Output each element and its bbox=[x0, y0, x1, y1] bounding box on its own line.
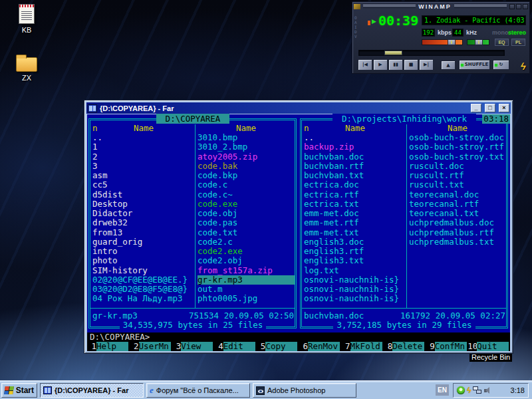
column-header[interactable]: Name bbox=[198, 124, 295, 133]
file-item[interactable]: code.txt bbox=[198, 228, 295, 237]
file-item[interactable]: ectrica.rtf bbox=[304, 190, 406, 200]
file-item[interactable]: SIM-history bbox=[92, 266, 195, 275]
column-header[interactable]: Name bbox=[409, 124, 506, 133]
far-titlebar[interactable]: {D:\COPYAREA} - Far _ □ × bbox=[86, 102, 511, 114]
previous-button[interactable]: |◀ bbox=[358, 59, 372, 70]
file-item[interactable]: code.c~ bbox=[198, 190, 295, 200]
balance-slider[interactable] bbox=[467, 39, 489, 45]
file-item[interactable]: .. bbox=[92, 133, 195, 142]
file-item[interactable]: ruscult.doc bbox=[409, 162, 506, 171]
file-item[interactable]: photo bbox=[92, 256, 195, 265]
file-item[interactable]: buchvban.doc bbox=[304, 152, 406, 162]
volume-thumb[interactable] bbox=[448, 39, 456, 45]
column-header[interactable]: Name bbox=[304, 124, 406, 133]
volume-icon[interactable] bbox=[484, 386, 493, 394]
tray-clock[interactable]: 3:18 bbox=[511, 386, 525, 394]
fkey-view[interactable]: 3View bbox=[172, 342, 214, 351]
file-item[interactable]: code.pas bbox=[198, 218, 295, 227]
winamp-titlebar[interactable]: WINAMP bbox=[354, 3, 528, 11]
fkey-usermn[interactable]: 2UserMn bbox=[130, 342, 172, 351]
file-item[interactable]: code.obj bbox=[198, 209, 295, 218]
file-item[interactable]: 04 Рок На Льду.mp3 bbox=[92, 294, 195, 303]
panel-path[interactable]: D:\COPYAREA bbox=[87, 114, 299, 124]
language-indicator[interactable]: EN bbox=[436, 384, 449, 396]
panel-path[interactable]: D:\projects\Inhiding\work bbox=[299, 114, 510, 124]
eq-button[interactable]: EQ bbox=[495, 39, 509, 46]
file-item[interactable]: code.exe bbox=[198, 200, 295, 209]
file-item[interactable]: uchpredmalbus.doc bbox=[409, 218, 506, 227]
winamp-menu-icon[interactable] bbox=[354, 4, 360, 9]
fkey-edit[interactable]: 4Edit bbox=[214, 342, 257, 351]
file-item[interactable]: english3.rtf bbox=[304, 247, 406, 256]
file-item[interactable]: out.m bbox=[198, 285, 295, 294]
file-item[interactable]: atoy2005.zip bbox=[198, 152, 295, 162]
winamp-shade-button[interactable] bbox=[516, 4, 521, 9]
file-item[interactable]: buchvban.txt bbox=[304, 171, 406, 180]
volume-slider[interactable] bbox=[422, 39, 463, 45]
fkey-confmn[interactable]: 9ConfMn bbox=[426, 342, 468, 351]
winamp-close-button[interactable] bbox=[523, 4, 528, 9]
file-item[interactable]: teorecanal.doc bbox=[409, 190, 506, 200]
file-item[interactable]: 3010_2.bmp bbox=[198, 142, 295, 152]
file-item[interactable]: uchpredmalbus.txt bbox=[409, 237, 506, 247]
file-item[interactable]: phto0005.jpg bbox=[198, 294, 295, 303]
fkey-delete[interactable]: 8Delete bbox=[383, 342, 426, 351]
close-button[interactable]: × bbox=[499, 104, 509, 112]
maximize-button[interactable]: □ bbox=[485, 104, 495, 112]
seek-thumb[interactable] bbox=[384, 51, 402, 55]
pause-button[interactable]: ▮▮ bbox=[388, 59, 403, 70]
eject-button[interactable]: ▲ bbox=[441, 61, 456, 70]
far-app-icon[interactable] bbox=[88, 104, 97, 112]
fkey-renmov[interactable]: 6RenMov bbox=[299, 342, 341, 351]
file-item[interactable]: code2.obj bbox=[198, 256, 295, 265]
minimize-button[interactable]: _ bbox=[471, 104, 481, 112]
icq-flower-icon[interactable] bbox=[457, 386, 465, 394]
start-button[interactable]: Start bbox=[1, 383, 37, 398]
winamp-time-display[interactable]: 00:39 bbox=[378, 14, 418, 27]
file-item[interactable]: code.bak bbox=[198, 162, 295, 171]
fkey-copy[interactable]: 5Copy bbox=[256, 342, 299, 351]
lightning-tray-icon[interactable]: ϟ bbox=[466, 386, 471, 394]
file-item[interactable]: uchpredmalbus.rtf bbox=[409, 228, 506, 237]
file-item[interactable]: guard_orig bbox=[92, 237, 195, 247]
play-button[interactable]: ▶ bbox=[373, 59, 388, 70]
file-item[interactable]: english3.doc bbox=[304, 237, 406, 247]
taskbar-task-ie[interactable]: eФорум "Всё о Паскале... bbox=[146, 383, 250, 398]
file-item[interactable]: from_st157a.zip bbox=[198, 266, 295, 275]
file-item[interactable]: 03@20@D2@E8@F5@E8@} bbox=[92, 285, 195, 294]
file-item-selected[interactable]: gr-kr.mp3 bbox=[198, 275, 295, 285]
column-header[interactable]: Name bbox=[92, 124, 195, 133]
file-item[interactable]: emm-met.txt bbox=[304, 228, 406, 237]
file-item[interactable]: osob-buch-stroy.doc bbox=[409, 133, 506, 142]
file-item[interactable]: asm bbox=[92, 171, 195, 180]
file-item[interactable]: Desktop bbox=[92, 200, 195, 209]
file-item[interactable]: d5dist bbox=[92, 190, 195, 200]
file-item[interactable]: 3010.bmp bbox=[198, 133, 295, 142]
file-item[interactable]: drweb32 bbox=[92, 218, 195, 227]
desktop-icon-zx[interactable]: ZX bbox=[5, 53, 48, 82]
file-item[interactable]: 1 bbox=[92, 142, 195, 152]
file-item[interactable]: teorecanal.rtf bbox=[409, 200, 506, 209]
network-icon[interactable] bbox=[473, 386, 482, 394]
file-item[interactable]: Didactor bbox=[92, 209, 195, 218]
file-item[interactable]: code.bkp bbox=[198, 171, 295, 180]
file-item[interactable]: from13 bbox=[92, 228, 195, 237]
taskbar-task-ps[interactable]: Adobe Photoshop bbox=[253, 383, 356, 398]
desktop-icon-kb[interactable]: KB bbox=[5, 4, 48, 34]
command-line[interactable]: D:\COPYAREA> bbox=[87, 332, 510, 342]
file-item[interactable]: english3.txt bbox=[304, 256, 406, 265]
fkey-quit[interactable]: 10Quit bbox=[467, 342, 510, 351]
winamp-track-title[interactable]: 1. Zodiak - Pacific (4:03) bbox=[422, 15, 526, 25]
file-item[interactable]: code2.exe bbox=[198, 247, 295, 256]
stop-button[interactable]: ■ bbox=[404, 59, 418, 70]
file-item[interactable]: code2.c bbox=[198, 237, 295, 247]
file-item[interactable]: intro bbox=[92, 247, 195, 256]
file-item[interactable]: teorecanal.txt bbox=[409, 209, 506, 218]
balance-thumb[interactable] bbox=[475, 39, 483, 45]
file-item[interactable]: cc5 bbox=[92, 180, 195, 190]
file-item[interactable]: 3 bbox=[92, 162, 195, 171]
repeat-button[interactable]: ↻ bbox=[493, 60, 509, 70]
file-item[interactable]: ruscult.txt bbox=[409, 180, 506, 190]
winamp-minimize-button[interactable] bbox=[509, 4, 515, 9]
shuffle-button[interactable]: SHUFFLE bbox=[459, 60, 490, 70]
